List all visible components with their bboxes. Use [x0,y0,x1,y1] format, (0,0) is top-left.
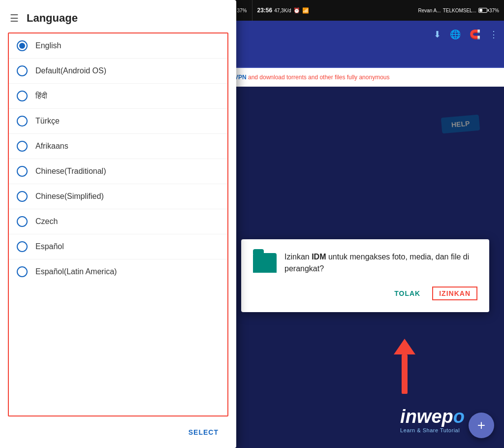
filter-icon[interactable]: ⬇ [434,29,441,40]
list-item[interactable]: Español(Latin America) [9,259,227,284]
arrow-head [394,339,415,354]
carrier-name-right: Revan A... [418,8,441,13]
radio-english[interactable] [17,40,28,51]
carrier-right: TELKOMSEL... [443,8,476,13]
language-label-hindi: हिंदी [35,92,47,100]
battery-pct-right: 37% [489,8,499,13]
language-label-chinese-simp: Chinese(Simplified) [35,192,104,201]
list-item[interactable]: Afrikaans [9,134,227,159]
folder-icon [253,253,277,273]
inwepo-o: o [453,406,465,427]
language-label-afrikaans: Afrikaans [35,142,68,151]
magnet-icon[interactable]: 🧲 [470,29,480,40]
inwepo-tagline: Learn & Share Tutorial [400,427,465,433]
language-dialog: ☰ Language English Default(Android OS) ह… [0,0,236,448]
time-right: 23:56 [257,7,273,14]
status-bar-right: 23:56 47,3K/d ⏰ 📶 Revan A... TELKOMSEL..… [252,0,504,21]
tolak-button[interactable]: TOLAK [394,287,420,300]
language-label-espanol: Español [35,242,64,251]
list-item[interactable]: Chinese(Simplified) [9,184,227,209]
fab-add[interactable]: + [469,413,494,438]
radio-chinese-simp[interactable] [17,191,28,202]
data-speed-right: 47,3K/d [274,8,291,13]
radio-turkish[interactable] [17,116,28,127]
language-label-espanol-latin: Español(Latin America) [35,267,117,276]
language-dialog-title: Language [27,12,78,25]
language-list: English Default(Android OS) हिंदी Türkçe… [8,32,228,416]
radio-default[interactable] [17,65,28,76]
language-label-default: Default(Android OS) [35,66,106,75]
radio-espanol[interactable] [17,241,28,252]
select-button[interactable]: SELECT [181,424,226,440]
list-item[interactable]: हिंदी [9,84,227,109]
list-item[interactable]: English [9,33,227,59]
alarm-icon-right: ⏰ [293,7,300,14]
wifi-icon-right: 📶 [302,7,309,14]
language-label-english: English [35,41,61,50]
list-item[interactable]: Türkçe [9,109,227,134]
inwepo-text: inwep [400,406,453,427]
red-arrow [394,339,415,394]
language-label-chinese-trad: Chinese(Traditional) [35,167,106,176]
radio-czech[interactable] [17,216,28,227]
list-item[interactable]: Español [9,234,227,259]
battery-pct-left: 37% [237,8,247,13]
globe-icon[interactable]: 🌐 [450,29,461,40]
radio-inner-english [19,43,25,49]
battery-icon-right [478,8,487,13]
permission-text: Izinkan IDM untuk mengakses foto, media,… [284,251,477,275]
radio-afrikaans[interactable] [17,141,28,152]
language-label-czech: Czech [35,217,58,226]
izinkan-button[interactable]: IZINKAN [432,287,477,300]
list-item[interactable]: Czech [9,209,227,234]
arrow-shaft [402,354,408,394]
permission-dialog: Izinkan IDM untuk mengakses foto, media,… [241,239,489,312]
radio-chinese-trad[interactable] [17,166,28,177]
more-icon[interactable]: ⋮ [489,29,498,40]
inwepo-watermark: inwepo Learn & Share Tutorial [400,406,465,433]
list-item[interactable]: Chinese(Traditional) [9,159,227,184]
radio-espanol-latin[interactable] [17,266,28,277]
hamburger-icon[interactable]: ☰ [10,12,19,24]
language-label-turkish: Türkçe [35,117,60,126]
radio-hindi[interactable] [17,91,28,101]
list-item[interactable]: Default(Android OS) [9,59,227,84]
